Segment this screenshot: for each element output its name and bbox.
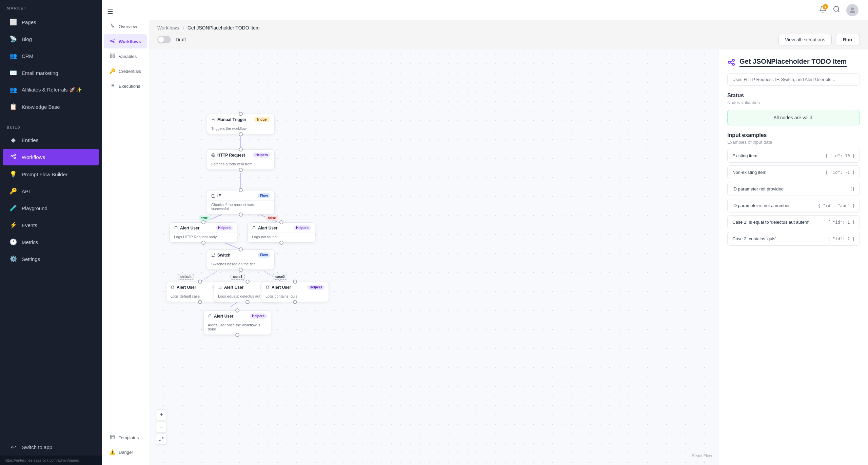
example-label: ID parameter is not a number <box>732 203 790 208</box>
workflow-actions: View all executions Run <box>778 34 860 45</box>
sidebar-item-entities[interactable]: ◆ Entities <box>3 132 99 148</box>
view-all-executions-button[interactable]: View all executions <box>778 34 832 45</box>
node-alert-false[interactable]: Alert User Helpers Logs not found <box>248 222 315 243</box>
nav-item-label: Danger <box>119 450 133 455</box>
nav-item-variables[interactable]: Variables <box>104 49 147 63</box>
node-title: Alert User <box>214 314 233 319</box>
node-http-request[interactable]: HTTP Request Helpers Fetches a todo item… <box>207 149 275 170</box>
workflows-nav-icon <box>109 38 115 44</box>
node-manual-trigger[interactable]: Manual Trigger Trigger Triggers the work… <box>207 114 275 134</box>
svg-line-43 <box>730 61 732 62</box>
node-connector-bottom <box>239 213 243 217</box>
example-label: Case 2: contains 'quis' <box>732 236 776 241</box>
zoom-in-button[interactable]: + <box>156 409 167 420</box>
example-value: { "id": -1 } <box>825 170 855 175</box>
second-nav-bottom: Templates ⚠️ Danger <box>102 430 149 465</box>
node-alert-case2[interactable]: Alert User Helpers Logs contains: quis <box>261 282 329 302</box>
avatar[interactable] <box>846 4 859 16</box>
input-example-3[interactable]: ID parameter is not a number { "id": "ab… <box>727 199 860 213</box>
crm-icon: 👥 <box>9 52 17 60</box>
svg-rect-20 <box>110 435 114 439</box>
sidebar-item-pages[interactable]: ⬜ Pages <box>3 14 99 30</box>
node-alert-final[interactable]: Alert User Helpers Alerts user once the … <box>203 310 271 335</box>
rp-title: Get JSONPlaceholder TODO Item <box>739 58 847 67</box>
label-case2: case2 <box>273 274 287 280</box>
notification-button[interactable]: 1 <box>819 5 827 15</box>
sidebar-item-metrics[interactable]: 🕐 Metrics <box>3 234 99 250</box>
svg-line-3 <box>13 155 14 156</box>
danger-icon: ⚠️ <box>109 449 115 455</box>
sidebar-item-blog[interactable]: 📡 Blog <box>3 31 99 47</box>
input-example-1[interactable]: Non-existing item { "id": -1 } <box>727 165 860 179</box>
input-example-2[interactable]: ID parameter not provided {} <box>727 182 860 196</box>
sidebar-item-api[interactable]: 🔑 API <box>3 183 99 199</box>
nav-item-danger[interactable]: ⚠️ Danger <box>104 445 147 459</box>
sidebar-item-affiliates[interactable]: 👥 Affiliates & Referrals 🚀✨ <box>3 82 99 98</box>
node-connector-bottom <box>239 268 243 272</box>
nav-item-label: Workflows <box>119 39 141 44</box>
nav-item-label: Overview <box>119 24 137 29</box>
label-true: true <box>199 216 210 221</box>
example-value: { "id": 1 } <box>828 220 855 225</box>
node-connector-bottom <box>239 168 243 172</box>
executions-icon <box>109 83 115 89</box>
run-button[interactable]: Run <box>835 34 860 45</box>
input-example-0[interactable]: Existing item { "id": 10 } <box>727 149 860 163</box>
nav-item-credentials[interactable]: 🔑 Credentials <box>104 64 147 78</box>
sidebar-item-playground[interactable]: 🧪 Playground <box>3 200 99 216</box>
status-box: All nodes are valid. <box>727 110 860 125</box>
svg-line-9 <box>112 41 113 42</box>
svg-point-1 <box>14 154 16 156</box>
sidebar-item-prompt-flow[interactable]: 💡 Prompt Flow Builder <box>3 166 99 182</box>
node-if[interactable]: IF Flow Checks if the request was succes… <box>207 190 275 215</box>
svg-line-39 <box>160 440 161 441</box>
svg-point-0 <box>11 156 13 157</box>
breadcrumb-parent[interactable]: Workflows <box>157 25 179 31</box>
input-example-4[interactable]: Case 1: is equal to 'delectus aut autem'… <box>727 215 860 229</box>
nav-item-templates[interactable]: Templates <box>104 430 147 445</box>
sidebar-item-settings[interactable]: ⚙️ Settings <box>3 251 99 267</box>
affiliates-icon: 👥 <box>9 86 17 94</box>
nav-item-workflows[interactable]: Workflows <box>104 34 147 48</box>
email-icon: ✉️ <box>9 69 17 77</box>
api-icon: 🔑 <box>9 187 17 195</box>
sidebar-item-label: Email marketing <box>22 70 58 76</box>
draft-toggle[interactable] <box>157 36 171 43</box>
node-connector-top <box>245 280 250 284</box>
node-badge: Helpers <box>216 225 233 230</box>
rp-description: Uses HTTP Request, IF, Switch, and Alert… <box>727 73 860 86</box>
label-default: default <box>178 274 194 280</box>
sidebar-item-label: API <box>22 188 30 194</box>
switch-icon: ↩ <box>9 443 17 451</box>
svg-line-4 <box>13 157 14 157</box>
main-content: 1 Workflows › Get JSONPlaceholder TODO I… <box>149 0 868 465</box>
sidebar-item-events[interactable]: ⚡ Events <box>3 217 99 233</box>
workflow-area: Workflows › Get JSONPlaceholder TODO Ite… <box>149 20 868 465</box>
sidebar-item-knowledge-base[interactable]: 📋 Knowledge Base <box>3 99 99 115</box>
sidebar-bottom: ↩ Switch to app https://enterprise.saasr… <box>0 439 102 465</box>
nav-item-overview[interactable]: Overview <box>104 19 147 34</box>
sidebar-item-crm[interactable]: 👥 CRM <box>3 48 99 64</box>
node-badge: Flow <box>258 193 270 198</box>
react-flow-label: React Flow <box>692 453 712 458</box>
svg-point-41 <box>732 59 734 61</box>
sidebar-item-switch-to-app[interactable]: ↩ Switch to app <box>3 439 99 455</box>
nav-item-executions[interactable]: Executions <box>104 79 147 93</box>
metrics-icon: 🕐 <box>9 238 17 246</box>
sidebar-item-workflows[interactable]: Workflows <box>3 149 99 165</box>
hamburger-button[interactable]: ☰ <box>102 3 149 19</box>
zoom-out-button[interactable]: − <box>156 422 167 432</box>
search-button[interactable] <box>833 5 840 15</box>
canvas-area[interactable]: Manual Trigger Trigger Triggers the work… <box>149 49 719 465</box>
templates-icon <box>109 434 115 441</box>
example-value: { "id": 2 } <box>828 237 855 241</box>
node-title: Switch <box>217 253 231 258</box>
node-alert-true[interactable]: Alert User Helpers Logs HTTP Request bod… <box>170 222 237 243</box>
input-example-5[interactable]: Case 2: contains 'quis' { "id": 2 } <box>727 232 860 246</box>
example-label: Non-existing item <box>732 170 766 175</box>
fit-view-button[interactable] <box>156 434 167 445</box>
node-switch[interactable]: Switch Flow Switches based on the title <box>207 249 275 270</box>
sidebar-item-email-marketing[interactable]: ✉️ Email marketing <box>3 65 99 81</box>
canvas-controls: + − <box>156 409 167 445</box>
sidebar-item-label: Pages <box>22 19 36 25</box>
